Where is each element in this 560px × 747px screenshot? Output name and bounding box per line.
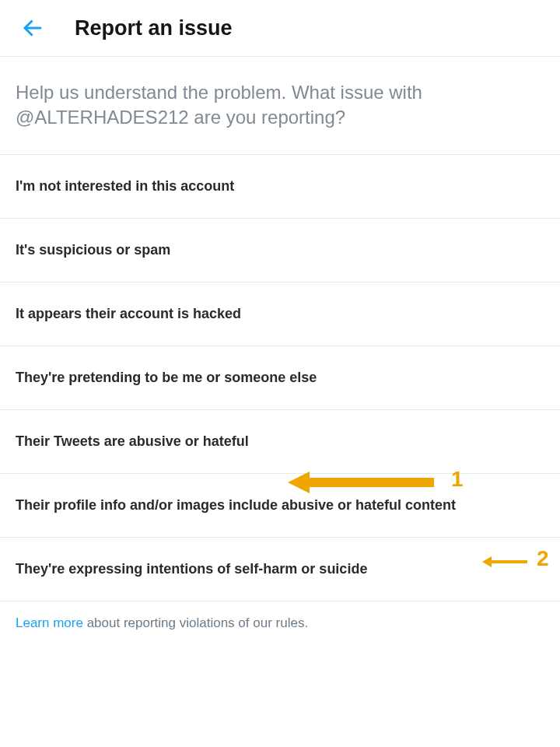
page-title: Report an issue — [75, 16, 233, 40]
learn-more-link[interactable]: Learn more — [16, 615, 83, 630]
report-prompt: Help us understand the problem. What iss… — [0, 57, 560, 155]
header: Report an issue — [0, 0, 560, 57]
footer-rest: about reporting violations of our rules. — [83, 615, 308, 630]
report-option-self-harm[interactable]: They're expressing intentions of self-ha… — [0, 538, 560, 601]
report-option-pretending[interactable]: They're pretending to be me or someone e… — [0, 346, 560, 410]
report-option-abusive-tweets[interactable]: Their Tweets are abusive or hateful — [0, 410, 560, 474]
back-button[interactable] — [19, 14, 47, 42]
footer-text: Learn more about reporting violations of… — [0, 601, 560, 645]
arrow-left-icon — [21, 16, 44, 40]
report-option-abusive-profile[interactable]: Their profile info and/or images include… — [0, 474, 560, 538]
report-option-hacked[interactable]: It appears their account is hacked — [0, 282, 560, 346]
report-option-not-interested[interactable]: I'm not interested in this account — [0, 155, 560, 219]
report-option-suspicious-spam[interactable]: It's suspicious or spam — [0, 219, 560, 282]
